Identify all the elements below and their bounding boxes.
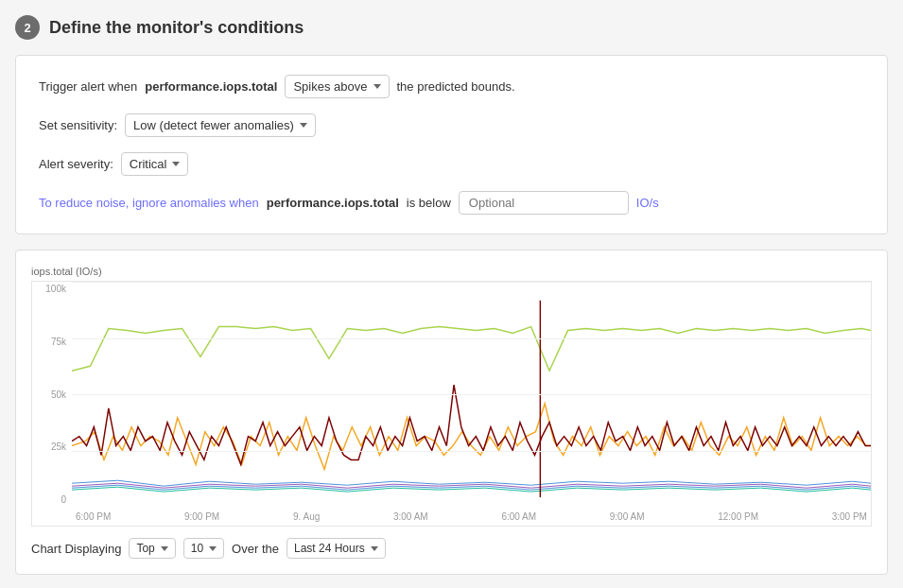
time-range-dropdown-arrow-icon xyxy=(371,546,378,551)
spike-dropdown-arrow-icon xyxy=(373,84,381,89)
trigger-row: Trigger alert when performance.iops.tota… xyxy=(39,75,864,98)
optional-threshold-input[interactable] xyxy=(459,191,629,215)
page-header: 2 Define the monitor's conditions xyxy=(15,15,888,40)
sensitivity-label: Set sensitivity: xyxy=(39,118,117,132)
chart-inner xyxy=(72,282,871,507)
chart-displaying-label: Chart Displaying xyxy=(31,542,121,556)
sensitivity-row: Set sensitivity: Low (detect fewer anoma… xyxy=(39,113,864,137)
spike-above-dropdown[interactable]: Spikes above xyxy=(285,75,389,98)
page-title: Define the monitor's conditions xyxy=(49,18,304,38)
grid-line-100k xyxy=(72,282,871,283)
chart-x-labels: 6:00 PM 9:00 PM 9. Aug 3:00 AM 6:00 AM 9… xyxy=(72,507,871,526)
over-the-label: Over the xyxy=(232,542,279,556)
sensitivity-dropdown-arrow-icon xyxy=(300,123,307,128)
sensitivity-dropdown[interactable]: Low (detect fewer anomalies) xyxy=(125,113,316,137)
time-range-dropdown[interactable]: Last 24 Hours xyxy=(287,538,386,559)
severity-row: Alert severity: Critical xyxy=(39,152,864,176)
severity-dropdown-arrow-icon xyxy=(172,162,180,166)
trigger-metric: performance.iops.total xyxy=(145,79,277,94)
chart-area: 100k 75k 50k 25k 0 xyxy=(31,281,872,527)
upper-bound-line xyxy=(72,327,871,372)
noise-prefix: To reduce noise, ignore anomalies when xyxy=(39,196,259,210)
noise-middle: is below xyxy=(407,196,451,210)
severity-label: Alert severity: xyxy=(39,157,113,171)
trigger-suffix: the predicted bounds. xyxy=(397,79,515,94)
count-dropdown[interactable]: 10 xyxy=(183,538,224,559)
chart-footer: Chart Displaying Top 10 Over the Last 24… xyxy=(31,538,872,559)
trigger-prefix: Trigger alert when xyxy=(39,79,137,94)
severity-dropdown[interactable]: Critical xyxy=(121,152,189,176)
noise-row: To reduce noise, ignore anomalies when p… xyxy=(39,191,864,215)
top-dropdown[interactable]: Top xyxy=(129,538,175,559)
top-dropdown-arrow-icon xyxy=(161,546,168,551)
unit-label: IO/s xyxy=(636,196,659,210)
grid-line-75k xyxy=(72,338,871,339)
step-number: 2 xyxy=(15,15,40,40)
noise-metric: performance.iops.total xyxy=(267,196,399,210)
chart-y-axis-label: iops.total (IO/s) xyxy=(31,266,872,277)
conditions-panel: Trigger alert when performance.iops.tota… xyxy=(15,55,888,234)
chart-y-labels: 100k 75k 50k 25k 0 xyxy=(32,282,70,507)
chart-panel: iops.total (IO/s) 100k 75k 50k 25k 0 xyxy=(15,250,888,575)
grid-line-25k xyxy=(72,451,871,452)
count-dropdown-arrow-icon xyxy=(209,546,217,551)
grid-line-50k xyxy=(72,394,871,395)
